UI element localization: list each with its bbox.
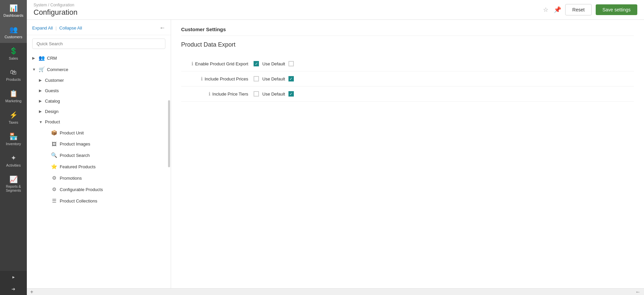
sidebar-item-customers[interactable]: 👥 Customers [0, 21, 27, 43]
checkbox-group-1: ✓ Use Default [254, 61, 294, 66]
nav-item-commerce[interactable]: ▼ 🛒 Commerce [27, 64, 171, 75]
left-panel-header: Expand All | Collapse All ← [27, 20, 171, 35]
nav-collections-label: Product Collections [60, 198, 97, 203]
customers-icon: 👥 [9, 25, 18, 34]
nav-item-catalog[interactable]: ▶ Catalog [27, 96, 171, 106]
configurable-icon: ⚙ [51, 186, 57, 192]
sidebar-item-sales[interactable]: 💲 Sales [0, 43, 27, 64]
settings-row-include-price-tiers: ℹ Include Price Tiers Use Default ✓ [181, 86, 634, 102]
enable-grid-export-checkbox[interactable]: ✓ [254, 61, 259, 66]
topbar-icons: ☆ 📌 [543, 6, 561, 13]
enable-grid-export-use-default-checkbox[interactable] [288, 61, 294, 66]
back-icon[interactable]: ← [159, 24, 165, 32]
nav-item-design[interactable]: ▶ Design [27, 106, 171, 117]
products-icon: 🛍 [10, 68, 17, 76]
nav-crm-label: CRM [47, 56, 57, 61]
nav-commerce-label: Commerce [47, 67, 68, 72]
info-icon-2[interactable]: ℹ [201, 76, 203, 81]
dashboard-icon: 📊 [9, 4, 18, 12]
collapse-all-link[interactable]: Collapse All [59, 25, 82, 31]
right-panel: Customer Settings Product Data Export ℹ … [171, 20, 644, 288]
nav-promotions-label: Promotions [60, 176, 82, 181]
pin-icon[interactable]: 📌 [554, 6, 561, 13]
info-icon-3[interactable]: ℹ [209, 91, 210, 97]
sidebar-item-dashboards[interactable]: 📊 Dashboards [0, 0, 27, 21]
nav-product-images-label: Product Images [60, 141, 90, 146]
promotions-icon: ⚙ [51, 175, 57, 181]
include-prices-checkbox[interactable] [254, 76, 259, 81]
nav-sub-item-product-search[interactable]: 🔍 Product Search [27, 150, 171, 161]
sidebar-bottom: ▸ ➜ [0, 271, 27, 295]
include-prices-use-default-checkbox[interactable]: ✓ [288, 76, 294, 81]
nav-product-search-label: Product Search [60, 153, 90, 158]
commerce-icon: 🛒 [38, 66, 45, 72]
chevron-right-icon-4: ▶ [39, 99, 43, 103]
sidebar-item-marketing[interactable]: 📋 Marketing [0, 85, 27, 107]
sidebar-item-activities[interactable]: ✦ Activities [0, 150, 27, 171]
quick-search-input[interactable] [32, 39, 165, 49]
sidebar-item-inventory[interactable]: 🏪 Inventory [0, 128, 27, 150]
crm-icon: 👥 [38, 55, 45, 61]
sidebar-item-taxes[interactable]: ⚡ Taxes [0, 107, 27, 128]
nav-guests-label: Guests [45, 88, 59, 93]
nav-item-guests[interactable]: ▶ Guests [27, 85, 171, 96]
settings-row-enable-grid-export: ℹ Enable Product Grid Export ✓ Use Defau… [181, 56, 634, 71]
checkbox-group-3: Use Default ✓ [254, 91, 294, 97]
marketing-icon: 📋 [9, 90, 18, 98]
label-include-price-tiers: Include Price Tiers [212, 92, 248, 97]
subsection-title: Product Data Export [181, 41, 634, 48]
main-area: System / Configuration Configuration ☆ 📌… [27, 0, 644, 295]
sidebar-collapse-btn[interactable]: ▸ [0, 271, 27, 283]
sidebar-item-reports[interactable]: 📈 Reports &Segments [0, 171, 27, 197]
nav-product-label: Product [45, 119, 60, 124]
use-default-label-3: Use Default [262, 92, 285, 97]
bottom-expand-btn[interactable]: + [30, 289, 33, 295]
product-search-icon: 🔍 [51, 152, 57, 158]
header-links: Expand All | Collapse All [32, 25, 82, 31]
nav-sub-item-collections[interactable]: ☰ Product Collections [27, 195, 171, 206]
product-images-icon: 🖼 [51, 141, 57, 147]
checkbox-group-2: Use Default ✓ [254, 76, 294, 81]
breadcrumb: System / Configuration [34, 3, 77, 7]
left-panel: Expand All | Collapse All ← ▶ 👥 CRM ▼ 🛒 [27, 20, 171, 288]
label-enable-grid-export: Enable Product Grid Export [195, 61, 248, 66]
sidebar-item-products[interactable]: 🛍 Products [0, 64, 27, 85]
info-icon-1[interactable]: ℹ [192, 61, 193, 66]
topbar-right: ☆ 📌 Reset Save settings [543, 4, 637, 15]
sidebar-arrow-btn[interactable]: ➜ [0, 283, 27, 295]
bottom-bar: + ← [27, 288, 644, 295]
nav-sub-item-configurable[interactable]: ⚙ Configurable Products [27, 184, 171, 195]
nav-design-label: Design [45, 109, 58, 114]
page-title: Configuration [34, 8, 77, 17]
nav-product-unit-label: Product Unit [60, 130, 84, 135]
settings-label-1: ℹ Enable Product Grid Export [181, 61, 248, 66]
inventory-icon: 🏪 [9, 132, 18, 140]
sidebar: 📊 Dashboards 👥 Customers 💲 Sales 🛍 Produ… [0, 0, 27, 295]
nav-item-crm[interactable]: ▶ 👥 CRM [27, 52, 171, 64]
chevron-right-icon-3: ▶ [39, 88, 43, 93]
nav-featured-label: Featured Products [60, 164, 96, 169]
nav-item-customer[interactable]: ▶ Customer [27, 75, 171, 85]
nav-sub-item-featured[interactable]: ⭐ Featured Products [27, 161, 171, 172]
chevron-down-icon: ▼ [32, 67, 36, 71]
topbar: System / Configuration Configuration ☆ 📌… [27, 0, 644, 20]
nav-tree: ▶ 👥 CRM ▼ 🛒 Commerce ▶ Customer ▶ [27, 52, 171, 288]
nav-sub-item-promotions[interactable]: ⚙ Promotions [27, 172, 171, 184]
nav-item-product[interactable]: ▼ Product [27, 117, 171, 127]
include-price-tiers-use-default-checkbox[interactable]: ✓ [288, 91, 294, 97]
nav-customer-label: Customer [45, 78, 64, 83]
featured-products-icon: ⭐ [51, 164, 57, 170]
settings-label-3: ℹ Include Price Tiers [181, 91, 248, 97]
scrollbar[interactable] [168, 100, 170, 167]
star-icon[interactable]: ☆ [543, 6, 548, 13]
nav-sub-item-product-unit[interactable]: 📦 Product Unit [27, 127, 171, 138]
nav-sub-item-product-images[interactable]: 🖼 Product Images [27, 138, 171, 150]
include-price-tiers-checkbox[interactable] [254, 91, 259, 97]
chevron-right-icon-2: ▶ [39, 78, 43, 82]
save-button[interactable]: Save settings [596, 4, 637, 15]
product-unit-icon: 📦 [51, 130, 57, 136]
expand-all-link[interactable]: Expand All [32, 25, 53, 31]
reset-button[interactable]: Reset [565, 4, 592, 15]
bottom-arrow-btn[interactable]: ← [635, 289, 641, 295]
sales-icon: 💲 [9, 47, 18, 55]
